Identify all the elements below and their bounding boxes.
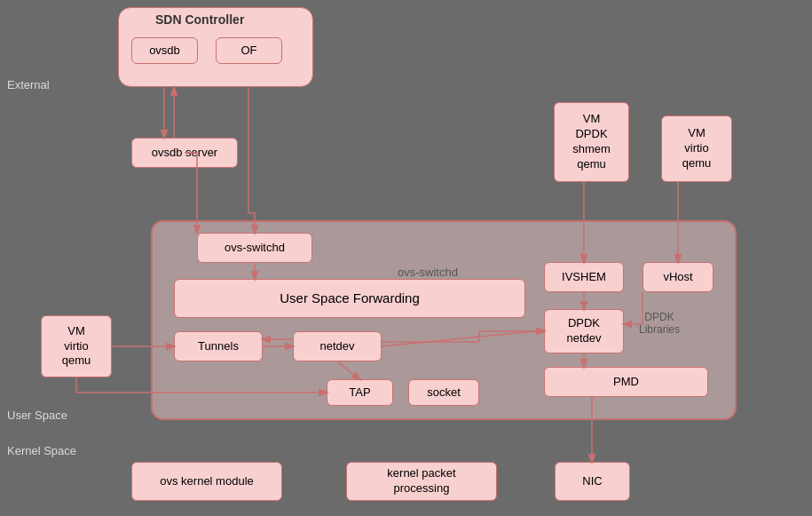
ovsdb-box: ovsdb [131,37,198,64]
kernel-packet-processing-box: kernel packet processing [346,462,497,501]
vm-virtio-box: VM virtio qemu [661,115,732,182]
dpdk-netdev-label: DPDK netdev [566,316,601,346]
nic-label: NIC [582,474,602,489]
nic-box: NIC [555,462,630,501]
sdn-controller-label: SDN Controller [155,12,244,27]
ovs-switchd-box: ovs-switchd [197,233,312,263]
ovs-switchd-label: ovs-switchd [225,241,285,256]
netdev-label: netdev [319,339,354,354]
socket-label: socket [427,385,461,401]
kernel-space-label: Kernel Space [7,444,76,457]
vm-dpdk-box: VM DPDK shmem qemu [554,102,629,182]
of-box: OF [216,37,282,64]
kernel-packet-processing-label: kernel packet processing [387,466,455,496]
user-space-forwarding-box: User Space Forwarding [174,279,525,318]
tap-label: TAP [349,385,370,401]
ivshem-label: IVSHEM [562,270,606,285]
of-label: OF [240,44,256,59]
ovs-kernel-module-label: ovs kernel module [160,474,254,489]
dpdk-libraries-label: DPDK Libraries [639,311,680,336]
ovsdb-server-box: ovsdb server [131,138,238,168]
ivshem-box: IVSHEM [544,262,624,292]
user-space-forwarding-label: User Space Forwarding [280,290,420,307]
dpdk-netdev-box: DPDK netdev [544,309,624,353]
vm-dpdk-label: VM DPDK shmem qemu [572,112,611,172]
pmd-box: PMD [544,367,708,397]
ovsdb-label: ovsdb [149,44,180,59]
external-label: External [7,78,50,91]
tap-box: TAP [327,379,393,406]
tunnels-label: Tunnels [198,339,239,354]
vhost-label: vHost [663,270,692,285]
vhost-box: vHost [643,262,713,292]
vm-virtio-label: VM virtio qemu [682,126,712,171]
netdev-box: netdev [293,331,382,361]
ovs-switchd-text-label: ovs-switchd [398,266,458,279]
user-space-label: User Space [7,409,67,422]
ovs-kernel-module-box: ovs kernel module [131,462,282,501]
vm-left-box: VM virtio qemu [41,315,112,377]
socket-box: socket [408,379,479,406]
tunnels-box: Tunnels [174,331,263,361]
ovsdb-server-label: ovsdb server [152,146,217,161]
pmd-label: PMD [613,375,639,390]
vm-left-label: VM virtio qemu [62,324,91,369]
